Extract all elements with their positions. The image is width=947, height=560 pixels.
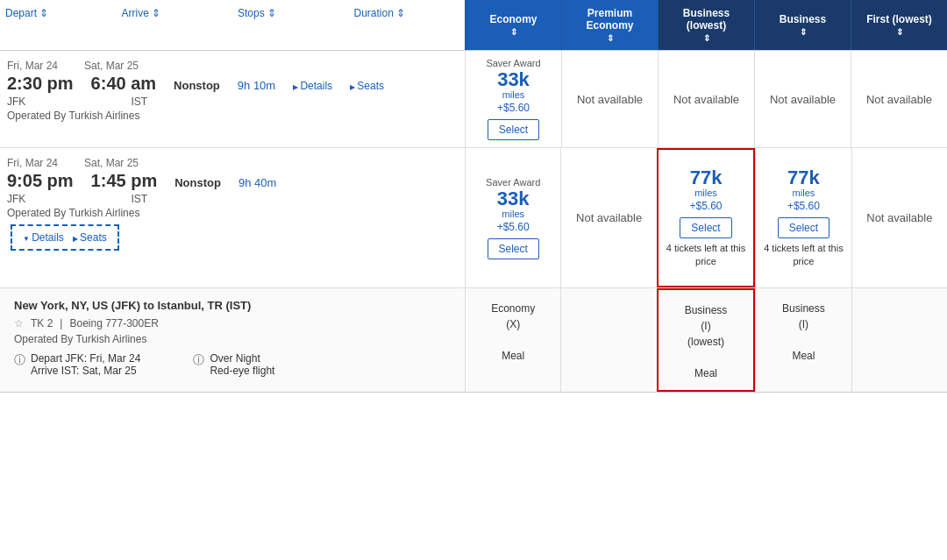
details-economy-meal: Meal bbox=[491, 348, 535, 364]
flight-1-premium-cell: Not available bbox=[561, 51, 658, 147]
flight-1-operated: Operated By Turkish Airlines bbox=[7, 110, 458, 122]
flight-2-business-low-tax: +$5.60 bbox=[689, 200, 722, 212]
flight-2-economy-select-button[interactable]: Select bbox=[488, 238, 539, 259]
flight-2-first-cell: Not available bbox=[851, 148, 947, 287]
flight-1-economy-cell: Saver Award 33k miles +$5.60 Select bbox=[465, 51, 561, 147]
flight-2-business-miles-label: miles bbox=[793, 188, 815, 198]
flight-table: Depart ⇕ Arrive ⇕ Stops ⇕ Duration ⇕ Eco… bbox=[0, 0, 947, 393]
flight-2-operated: Operated By Turkish Airlines bbox=[7, 207, 458, 219]
col-header-depart[interactable]: Depart ⇕ bbox=[0, 0, 117, 50]
details-overnight-label: Over Night bbox=[210, 352, 274, 365]
details-premium-cell bbox=[560, 288, 656, 392]
details-row: New York, NY, US (JFK) to Istanbul, TR (… bbox=[0, 288, 947, 393]
details-aircraft: Boeing 777-300ER bbox=[69, 317, 158, 330]
flight-1-economy-miles-label: miles bbox=[502, 89, 525, 100]
flight-1-depart-airport: JFK bbox=[7, 96, 25, 108]
details-economy-class: Economy bbox=[491, 301, 535, 316]
details-right-cells: Economy (X) Meal Business (I) (lowest) M… bbox=[465, 288, 947, 392]
col-header-duration[interactable]: Duration ⇕ bbox=[349, 0, 466, 50]
details-business-low-sub: (lowest) bbox=[685, 334, 728, 350]
flight-1-arrive-time: 6:40 am bbox=[91, 74, 157, 94]
flight-2-links-box: Details Seats bbox=[11, 224, 119, 251]
flight-2-business-low-miles-label: miles bbox=[694, 188, 717, 198]
flight-1-premium-na: Not available bbox=[577, 93, 643, 106]
flight-1-details-link[interactable]: Details bbox=[293, 80, 332, 92]
flight-1-cabin-cells: Saver Award 33k miles +$5.60 Select Not … bbox=[465, 51, 947, 147]
flight-1-economy-select-button[interactable]: Select bbox=[488, 119, 539, 140]
cabin-header-business[interactable]: Business ⇕ bbox=[754, 0, 851, 50]
flight-1-info: Fri, Mar 24 Sat, Mar 25 2:30 pm 6:40 am … bbox=[0, 51, 465, 147]
cabin-header-premium[interactable]: Premium Economy ⇕ bbox=[561, 0, 658, 50]
flight-2-economy-tax: +$5.60 bbox=[497, 221, 530, 233]
col-header-stops[interactable]: Stops ⇕ bbox=[232, 0, 349, 50]
flight-1-business-low-na: Not available bbox=[673, 93, 739, 106]
table-header: Depart ⇕ Arrive ⇕ Stops ⇕ Duration ⇕ Eco… bbox=[0, 0, 947, 51]
flight-1-economy-tax: +$5.60 bbox=[497, 102, 530, 114]
flight-2-depart-time: 9:05 pm bbox=[7, 171, 74, 191]
flight-2-business-low-cell: 77k miles +$5.60 Select 4 tickets left a… bbox=[657, 148, 755, 287]
cabin-header-business-lowest[interactable]: Business (lowest) ⇕ bbox=[658, 0, 754, 50]
details-business-low-code: (I) bbox=[685, 318, 728, 334]
overnight-info-icon: ⓘ bbox=[193, 352, 204, 368]
flight-2-details-link[interactable]: Details bbox=[23, 231, 64, 244]
flight-2-premium-cell: Not available bbox=[560, 148, 656, 287]
flight-1-business-low-cell: Not available bbox=[658, 51, 754, 147]
details-first-cell bbox=[851, 288, 947, 392]
flight-2-business-select-button[interactable]: Select bbox=[778, 217, 830, 238]
cabin-header-first[interactable]: First (lowest) ⇕ bbox=[851, 0, 947, 50]
flight-1-economy-miles: 33k bbox=[497, 70, 530, 89]
flight-2-premium-na: Not available bbox=[576, 211, 642, 224]
flight-2-economy-cell: Saver Award 33k miles +$5.60 Select bbox=[465, 148, 560, 287]
cabin-header-economy[interactable]: Economy ⇕ bbox=[465, 0, 561, 50]
flight-2-first-na: Not available bbox=[866, 211, 932, 224]
flight-2-business-low-tickets: 4 tickets left at this price bbox=[664, 242, 748, 267]
flight-2-business-tax: +$5.60 bbox=[787, 200, 820, 212]
flight-1-seats-link[interactable]: Seats bbox=[350, 80, 384, 92]
flight-2-depart-date: Fri, Mar 24 bbox=[7, 157, 58, 169]
flight-1-first-na: Not available bbox=[866, 93, 932, 106]
flight-2-arrive-time: 1:45 pm bbox=[91, 171, 158, 191]
details-business-low-class: Business bbox=[685, 302, 728, 318]
flight-2-economy-miles-label: miles bbox=[502, 209, 524, 219]
flight-1-stops: Nonstop bbox=[174, 79, 220, 92]
details-overnight-detail: Red-eye flight bbox=[210, 365, 274, 377]
col-header-arrive[interactable]: Arrive ⇕ bbox=[117, 0, 233, 50]
details-business-class: Business bbox=[782, 301, 825, 316]
flight-1-economy-award: Saver Award bbox=[486, 58, 540, 68]
flight-1-first-cell: Not available bbox=[851, 51, 947, 147]
flight-2-seats-link[interactable]: Seats bbox=[73, 231, 107, 244]
details-business-cell: Business (I) Meal bbox=[755, 288, 851, 392]
flight-row-2: Fri, Mar 24 Sat, Mar 25 9:05 pm 1:45 pm … bbox=[0, 148, 947, 288]
star-icon: ☆ bbox=[14, 317, 24, 330]
cabin-headers: Economy ⇕ Premium Economy ⇕ Business (lo… bbox=[465, 0, 947, 50]
flight-info-headers: Depart ⇕ Arrive ⇕ Stops ⇕ Duration ⇕ bbox=[0, 0, 465, 50]
flight-1-business-cell: Not available bbox=[754, 51, 851, 147]
flight-2-arrive-airport: IST bbox=[131, 193, 147, 205]
flight-2-duration: 9h 40m bbox=[239, 176, 276, 189]
flight-2-business-low-select-button[interactable]: Select bbox=[680, 217, 731, 238]
details-route: New York, NY, US (JFK) to Istanbul, TR (… bbox=[14, 299, 451, 312]
flight-2-business-low-miles: 77k bbox=[690, 168, 723, 188]
flight-2-economy-award: Saver Award bbox=[486, 177, 540, 188]
details-business-low-meal: Meal bbox=[685, 365, 728, 381]
flight-2-cabin-cells: Saver Award 33k miles +$5.60 Select Not … bbox=[465, 148, 947, 287]
flight-2-business-cell: 77k miles +$5.60 Select 4 tickets left a… bbox=[755, 148, 851, 287]
flight-2-arrive-date: Sat, Mar 25 bbox=[84, 157, 139, 169]
flight-1-arrive-airport: IST bbox=[131, 96, 147, 108]
flight-2-business-miles: 77k bbox=[787, 168, 820, 188]
flight-2-business-tickets: 4 tickets left at this price bbox=[761, 242, 845, 267]
flight-2-depart-airport: JFK bbox=[7, 193, 25, 205]
flight-1-depart-time: 2:30 pm bbox=[7, 74, 74, 94]
details-business-code: (I) bbox=[782, 316, 825, 332]
flight-1-business-na: Not available bbox=[770, 93, 836, 106]
details-arrive-label: Arrive IST: Sat, Mar 25 bbox=[31, 365, 140, 377]
details-left: New York, NY, US (JFK) to Istanbul, TR (… bbox=[0, 288, 465, 392]
details-economy-cell: Economy (X) Meal bbox=[465, 288, 560, 392]
flight-row-1: Fri, Mar 24 Sat, Mar 25 2:30 pm 6:40 am … bbox=[0, 51, 947, 148]
details-flight-number: TK 2 bbox=[31, 317, 53, 330]
flight-1-duration: 9h 10m bbox=[238, 79, 275, 92]
details-business-meal: Meal bbox=[782, 348, 825, 364]
details-economy-code: (X) bbox=[491, 316, 535, 332]
details-business-low-cell: Business (I) (lowest) Meal bbox=[657, 288, 755, 392]
flight-1-arrive-date: Sat, Mar 25 bbox=[84, 60, 139, 72]
